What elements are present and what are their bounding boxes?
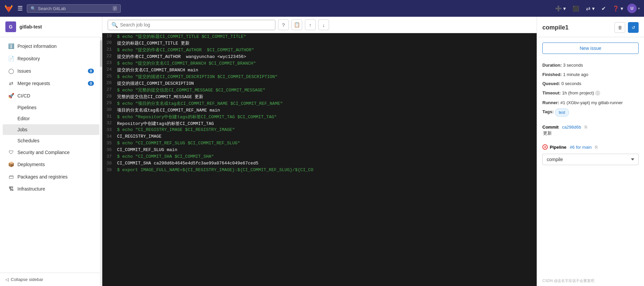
line-content[interactable]: $ echo "提交的描述CI_COMMIT_DESCRIPTION $CI_C… bbox=[116, 74, 537, 80]
line-content[interactable]: 提交的标题CI_COMMIT_TITLE 更新 bbox=[116, 40, 537, 46]
sidebar-item-schedules[interactable]: Schedules bbox=[3, 135, 99, 146]
stage-select[interactable]: compile bbox=[542, 154, 639, 165]
commit-row: Commit ca298d6b ⎘ bbox=[542, 125, 639, 130]
line-number: 31 bbox=[102, 114, 116, 120]
code-line: 36CI_COMMIT_REF_SLUG main bbox=[102, 147, 537, 154]
line-content[interactable]: $ echo "提交的分支名CI_COMMIT_BRANCH $CI_COMMI… bbox=[116, 60, 537, 66]
line-content[interactable]: Repository中创建tags的标签CI_COMMIT_TAG bbox=[116, 121, 537, 127]
sidebar-item-cicd[interactable]: 🚀 CI/CD ◀ bbox=[3, 90, 99, 102]
help-icon-button[interactable]: ? bbox=[278, 19, 289, 30]
sidebar-item-packages[interactable]: 🗃 Packages and registries bbox=[3, 171, 99, 183]
line-content[interactable]: CI_COMMIT_SHA ca298d6b4645e4d5fc3ae99a07… bbox=[116, 161, 537, 167]
copy-pipeline-icon[interactable]: ⎘ bbox=[595, 145, 598, 150]
deployments-icon: 📦 bbox=[8, 161, 14, 167]
screen-icon-button[interactable]: ⬛ bbox=[570, 3, 582, 14]
line-number: 33 bbox=[102, 127, 116, 133]
hamburger-menu-icon[interactable]: ☰ bbox=[16, 3, 24, 13]
scroll-top-button[interactable]: ↑ bbox=[305, 19, 316, 30]
search-job-log-wrap[interactable]: 🔍 bbox=[108, 20, 275, 30]
pipeline-row: ✕ Pipeline #6 for main ⎘ bbox=[542, 144, 639, 150]
help-button[interactable]: ❓ ▾ bbox=[610, 3, 626, 14]
line-number: 30 bbox=[102, 107, 116, 113]
line-content[interactable]: 项目的分支名或tag名CI_COMMIT_REF_NAME main bbox=[116, 107, 537, 113]
queued-label: Queued: bbox=[542, 80, 560, 87]
timeout-label: Timeout: bbox=[542, 90, 561, 96]
packages-icon: 🗃 bbox=[8, 174, 14, 180]
sidebar-item-merge-requests[interactable]: ⇄ Merge requests 0 bbox=[3, 77, 99, 89]
tags-label: Tags: bbox=[542, 109, 554, 115]
code-line: 22提交的作者CI_COMMIT_AUTHOR wangyunchao <wyc… bbox=[102, 53, 537, 60]
line-number: 39 bbox=[102, 167, 116, 173]
timeout-row: Timeout: 1h (from project) ⓪ bbox=[542, 90, 639, 97]
duration-row: Duration: 3 seconds bbox=[542, 62, 639, 69]
finished-label: Finished: bbox=[542, 71, 562, 78]
copy-commit-icon[interactable]: ⎘ bbox=[585, 125, 587, 130]
line-content[interactable]: $ echo "提交的作者CI_COMMIT_AUTHOR $CI_COMMIT… bbox=[116, 47, 537, 53]
avatar-chevron[interactable]: ▾ bbox=[638, 6, 640, 11]
sidebar-item-issues[interactable]: ◯ Issues 0 bbox=[3, 65, 99, 77]
raw-log-button[interactable]: 📋 bbox=[291, 19, 302, 30]
sidebar-item-jobs[interactable]: Jobs ◀ bbox=[3, 124, 99, 135]
line-content[interactable]: $ echo "提交的标题CI_COMMIT_TITLE $CI_COMMIT_… bbox=[116, 33, 537, 40]
refresh-button[interactable]: ↺ bbox=[628, 22, 639, 33]
sidebar-item-label: Repository bbox=[17, 56, 40, 61]
sidebar-item-deployments[interactable]: 📦 Deployments bbox=[3, 158, 99, 170]
line-content[interactable]: CI_COMMIT_REF_SLUG main bbox=[116, 147, 537, 153]
sidebar-item-label: Deployments bbox=[17, 162, 45, 167]
search-placeholder: Search GitLab bbox=[38, 6, 66, 11]
search-job-log-input[interactable] bbox=[120, 22, 272, 27]
delete-button[interactable]: 🗑 bbox=[614, 22, 625, 33]
line-content[interactable]: 提交的分支名CI_COMMIT_BRANCH main bbox=[116, 67, 537, 73]
sidebar-item-label: Security and Compliance bbox=[17, 150, 70, 155]
repository-icon: 📄 bbox=[8, 56, 14, 62]
todos-button[interactable]: ✔ bbox=[599, 3, 608, 14]
global-search[interactable]: 🔍 Search GitLab / bbox=[27, 4, 121, 13]
sidebar-item-project-information[interactable]: ℹ️ Project information bbox=[3, 40, 99, 52]
schedules-label: Schedules bbox=[17, 138, 39, 143]
jobs-label: Jobs bbox=[17, 127, 28, 132]
line-content[interactable]: $ echo "CI_COMMIT_REF_SLUG $CI_COMMIT_RE… bbox=[116, 141, 537, 147]
scroll-bottom-button[interactable]: ↓ bbox=[318, 19, 329, 30]
sidebar-item-editor[interactable]: Editor bbox=[3, 113, 99, 124]
new-issue-button[interactable]: New issue bbox=[542, 43, 639, 54]
line-number: 38 bbox=[102, 161, 116, 167]
sidebar-item-security[interactable]: 🛡 Security and Compliance bbox=[3, 146, 99, 158]
sidebar-item-pipelines[interactable]: Pipelines bbox=[3, 102, 99, 113]
right-panel: compile1 🗑 ↺ New issue Duration: 3 secon… bbox=[537, 17, 644, 286]
commit-label: Commit bbox=[542, 125, 558, 130]
timeout-help-icon[interactable]: ⓪ bbox=[595, 90, 600, 97]
line-number: 32 bbox=[102, 121, 116, 127]
line-content[interactable]: $ echo "CI_COMMIT_SHA $CI_COMMIT_SHA" bbox=[116, 154, 537, 160]
search-icon: 🔍 bbox=[31, 6, 36, 11]
line-number: 36 bbox=[102, 147, 116, 153]
line-content[interactable]: 完整的提交信息CI_COMMIT_MESSAGE 更新 bbox=[116, 94, 537, 100]
line-number: 24 bbox=[102, 67, 116, 73]
line-content[interactable]: 提交的作者CI_COMMIT_AUTHOR wangyunchao <wyc12… bbox=[116, 54, 537, 60]
line-number: 25 bbox=[102, 74, 116, 80]
sidebar-item-label: Packages and registries bbox=[17, 174, 67, 180]
code-line: 26提交的描述CI_COMMIT_DESCRIPTION bbox=[102, 80, 537, 87]
line-content[interactable]: $ echo "完整的提交信息CI_COMMIT_MESSAGE $CI_COM… bbox=[116, 87, 537, 93]
queued-value: 0 seconds bbox=[561, 80, 581, 87]
line-content[interactable]: $ echo "Repository中创建tags的标签CI_COMMIT_TA… bbox=[116, 114, 537, 120]
code-line: 35$ echo "CI_COMMIT_REF_SLUG $CI_COMMIT_… bbox=[102, 140, 537, 147]
editor-label: Editor bbox=[17, 116, 30, 121]
pipeline-link[interactable]: #6 for main bbox=[570, 145, 592, 150]
line-content[interactable]: $ export IMAGE_FULL_NAME=${CI_REGISTRY_I… bbox=[116, 167, 537, 173]
sidebar-item-infrastructure[interactable]: 🏗 Infrastructure bbox=[3, 183, 99, 195]
sidebar-item-label: CI/CD bbox=[17, 93, 30, 98]
commit-message: 更新 bbox=[542, 130, 639, 136]
sidebar-item-repository[interactable]: 📄 Repository bbox=[3, 53, 99, 65]
merge-requests-button[interactable]: ⇄ ▾ bbox=[583, 3, 597, 14]
line-content[interactable]: CI_REGISTRY_IMAGE bbox=[116, 134, 537, 140]
line-content[interactable]: $ echo "CI_REGISTRY_IMAGE $CI_REGISTRY_I… bbox=[116, 127, 537, 133]
user-avatar[interactable]: U bbox=[627, 4, 637, 13]
commit-hash-link[interactable]: ca298d6b bbox=[562, 125, 581, 130]
code-line: 31$ echo "Repository中创建tags的标签CI_COMMIT_… bbox=[102, 114, 537, 120]
line-number: 23 bbox=[102, 60, 116, 66]
create-new-button[interactable]: ➕ ▾ bbox=[552, 3, 569, 14]
line-content[interactable]: $ echo "项目的分支名或tag名CI_COMMIT_REF_NAME $C… bbox=[116, 100, 537, 106]
collapse-sidebar[interactable]: ◁ Collapse sidebar bbox=[0, 273, 102, 286]
project-name: gitlab-test bbox=[19, 24, 42, 29]
line-content[interactable]: 提交的描述CI_COMMIT_DESCRIPTION bbox=[116, 80, 537, 86]
